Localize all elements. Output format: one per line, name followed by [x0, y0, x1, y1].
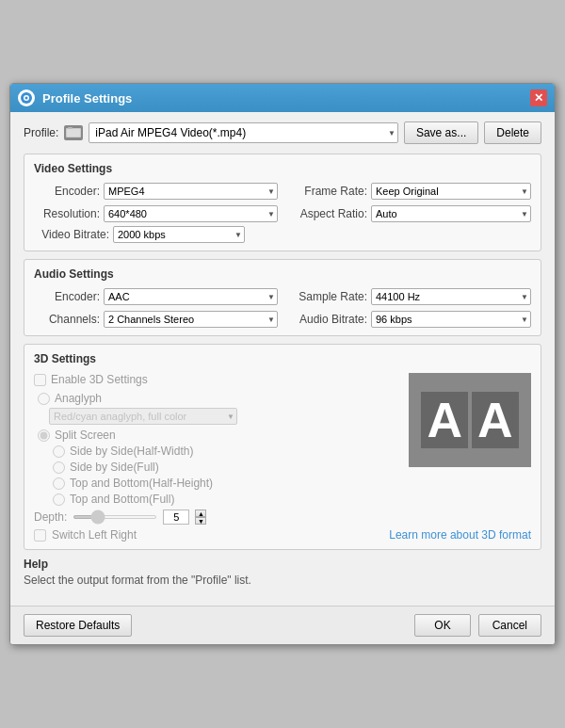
- depth-value-input[interactable]: [163, 510, 189, 525]
- encoder-select[interactable]: MPEG4: [104, 183, 278, 200]
- profile-label: Profile:: [24, 126, 58, 139]
- three-d-title: 3D Settings: [34, 352, 531, 365]
- depth-down-button[interactable]: ▼: [195, 517, 206, 525]
- bottom-bar: Restore Defaults OK Cancel: [10, 606, 555, 644]
- switch-lr-label: Switch Left Right: [52, 528, 137, 542]
- depth-spinners: ▲ ▼: [195, 510, 206, 525]
- bottom-right-buttons: OK Cancel: [414, 614, 541, 637]
- save-as-button[interactable]: Save as...: [404, 121, 478, 144]
- channels-select[interactable]: 2 Channels Stereo: [104, 311, 278, 328]
- channels-row: Channels: 2 Channels Stereo ▼: [34, 311, 278, 328]
- audio-settings-title: Audio Settings: [34, 267, 531, 281]
- side-by-side-half-radio[interactable]: [53, 445, 65, 458]
- learn-more-link[interactable]: Learn more about 3D format: [389, 528, 531, 542]
- profile-select[interactable]: iPad Air MPEG4 Video(*.mp4): [89, 122, 398, 143]
- audio-settings-section: Audio Settings Encoder: AAC ▼ Sample Rat…: [24, 259, 541, 336]
- close-button[interactable]: ✕: [530, 89, 547, 106]
- preview-letters: A A: [421, 392, 518, 448]
- aspect-ratio-label: Aspect Ratio:: [287, 207, 367, 220]
- frame-rate-row: Frame Rate: Keep Original ▼: [287, 183, 531, 200]
- window-title: Profile Settings: [42, 91, 530, 105]
- profile-icon: [64, 125, 83, 140]
- split-screen-label: Split Screen: [55, 429, 116, 442]
- side-by-side-full-radio[interactable]: [53, 461, 65, 474]
- channels-wrap: 2 Channels Stereo ▼: [104, 311, 278, 328]
- depth-slider[interactable]: [73, 515, 157, 519]
- depth-up-button[interactable]: ▲: [195, 510, 206, 517]
- split-screen-radio-row: Split Screen: [34, 429, 390, 442]
- video-bitrate-label: Video Bitrate:: [34, 228, 109, 241]
- sample-rate-label: Sample Rate:: [287, 290, 367, 303]
- video-bitrate-wrap: 2000 kbps ▼: [113, 226, 245, 243]
- main-content: Profile: iPad Air MPEG4 Video(*.mp4) ▼ S…: [10, 112, 555, 606]
- anaglyph-select[interactable]: Red/cyan anaglyph, full color: [49, 408, 237, 425]
- svg-rect-5: [67, 129, 80, 137]
- preview-letter-a1: A: [421, 392, 468, 448]
- audio-bitrate-label: Audio Bitrate:: [287, 313, 367, 326]
- channels-label: Channels:: [34, 313, 100, 326]
- aspect-ratio-select[interactable]: Auto: [371, 205, 531, 222]
- top-bottom-full-radio[interactable]: [53, 493, 65, 506]
- top-bottom-half-label: Top and Bottom(Half-Height): [70, 477, 213, 490]
- aspect-ratio-wrap: Auto ▼: [371, 205, 531, 222]
- enable-3d-row: Enable 3D Settings: [34, 373, 390, 386]
- anaglyph-select-wrap: Red/cyan anaglyph, full color ▼: [49, 408, 237, 425]
- help-section: Help Select the output format from the "…: [24, 558, 541, 587]
- depth-row: Depth: ▲ ▼: [34, 510, 390, 525]
- restore-defaults-button[interactable]: Restore Defaults: [24, 614, 132, 637]
- depth-label: Depth:: [34, 510, 67, 524]
- resolution-wrap: 640*480 ▼: [104, 205, 278, 222]
- video-settings-section: Video Settings Encoder: MPEG4 ▼ Frame Ra…: [24, 154, 541, 251]
- enable-3d-label: Enable 3D Settings: [51, 373, 148, 386]
- three-d-settings-section: 3D Settings Enable 3D Settings Anaglyph: [24, 344, 541, 550]
- enable-3d-checkbox[interactable]: [34, 374, 46, 386]
- anaglyph-radio[interactable]: [38, 393, 50, 405]
- anaglyph-radio-row: Anaglyph: [34, 392, 390, 405]
- anaglyph-select-row: Red/cyan anaglyph, full color ▼: [34, 408, 390, 425]
- resolution-select[interactable]: 640*480: [104, 205, 278, 222]
- profile-dropdown-wrap: iPad Air MPEG4 Video(*.mp4) ▼: [89, 122, 398, 143]
- audio-bitrate-wrap: 96 kbps ▼: [371, 311, 531, 328]
- app-icon: [18, 89, 35, 106]
- top-bottom-half-row: Top and Bottom(Half-Height): [34, 477, 390, 490]
- video-settings-title: Video Settings: [34, 162, 531, 175]
- preview-box: A A: [409, 373, 531, 467]
- three-d-right: A A Learn more about 3D format: [399, 373, 531, 542]
- help-title: Help: [24, 558, 541, 571]
- audio-bitrate-row: Audio Bitrate: 96 kbps ▼: [287, 311, 531, 328]
- ok-button[interactable]: OK: [414, 614, 470, 637]
- sample-rate-row: Sample Rate: 44100 Hz ▼: [287, 288, 531, 305]
- title-bar: Profile Settings ✕: [10, 84, 555, 112]
- audio-bitrate-select[interactable]: 96 kbps: [371, 311, 531, 328]
- three-d-left: Enable 3D Settings Anaglyph Red/cyan ana…: [34, 373, 390, 542]
- audio-encoder-label: Encoder:: [34, 290, 100, 303]
- top-bottom-full-row: Top and Bottom(Full): [34, 493, 390, 506]
- audio-encoder-row: Encoder: AAC ▼: [34, 288, 278, 305]
- profile-settings-window: Profile Settings ✕ Profile: iPad Air MPE…: [9, 83, 556, 645]
- video-bitrate-row: Video Bitrate: 2000 kbps ▼: [34, 226, 531, 243]
- switch-lr-checkbox[interactable]: [34, 529, 46, 542]
- svg-point-2: [25, 97, 28, 100]
- audio-encoder-select[interactable]: AAC: [104, 288, 278, 305]
- cancel-button[interactable]: Cancel: [478, 614, 541, 637]
- sample-rate-select[interactable]: 44100 Hz: [371, 288, 531, 305]
- frame-rate-label: Frame Rate:: [287, 185, 367, 198]
- profile-row: Profile: iPad Air MPEG4 Video(*.mp4) ▼ S…: [24, 121, 541, 144]
- encoder-label: Encoder:: [34, 185, 100, 198]
- audio-form-grid: Encoder: AAC ▼ Sample Rate: 44100 Hz: [34, 288, 531, 328]
- video-bitrate-select[interactable]: 2000 kbps: [113, 226, 245, 243]
- side-by-side-full-label: Side by Side(Full): [70, 461, 159, 474]
- side-by-side-half-row: Side by Side(Half-Width): [34, 445, 390, 458]
- three-d-content: Enable 3D Settings Anaglyph Red/cyan ana…: [34, 373, 531, 542]
- top-bottom-half-radio[interactable]: [53, 477, 65, 490]
- video-form-grid: Encoder: MPEG4 ▼ Frame Rate: Keep Origin…: [34, 183, 531, 222]
- side-by-side-full-row: Side by Side(Full): [34, 461, 390, 474]
- split-screen-radio[interactable]: [38, 429, 50, 442]
- preview-letter-a2: A: [472, 392, 519, 448]
- sample-rate-wrap: 44100 Hz ▼: [371, 288, 531, 305]
- delete-button[interactable]: Delete: [484, 121, 541, 144]
- frame-rate-select[interactable]: Keep Original: [371, 183, 531, 200]
- top-bottom-full-label: Top and Bottom(Full): [70, 493, 174, 506]
- resolution-label: Resolution:: [34, 207, 100, 220]
- side-by-side-half-label: Side by Side(Half-Width): [70, 445, 193, 458]
